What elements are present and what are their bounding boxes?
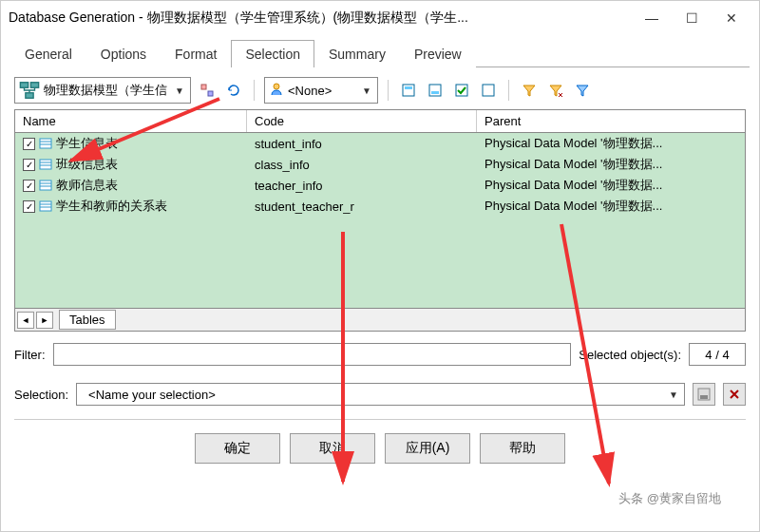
delete-selection-button[interactable]: [723, 383, 746, 406]
tab-general[interactable]: General: [10, 40, 86, 67]
refresh-button[interactable]: [223, 80, 244, 101]
owner-combo[interactable]: <None> ▼: [264, 77, 378, 104]
svg-rect-1: [30, 83, 38, 88]
row-name: 教师信息表: [56, 177, 118, 194]
help-button[interactable]: 帮助: [480, 433, 565, 464]
selection-combo[interactable]: <Name your selection> ▼: [76, 383, 685, 406]
svg-rect-21: [40, 201, 51, 211]
row-checkbox[interactable]: ✓: [23, 180, 35, 192]
select-all-button[interactable]: [451, 80, 472, 101]
separator: [254, 80, 255, 101]
row-name: 班级信息表: [56, 156, 118, 173]
filter-button-1[interactable]: [519, 80, 540, 101]
maximize-button[interactable]: ☐: [672, 5, 712, 31]
tab-options[interactable]: Options: [86, 40, 161, 67]
selected-objects-count: 4 / 4: [689, 343, 746, 366]
row-name: 学生信息表: [56, 135, 118, 152]
row-code: teacher_info: [255, 179, 323, 193]
svg-rect-25: [700, 395, 708, 399]
filter-label: Filter:: [14, 348, 46, 362]
selection-combo-text: <Name your selection>: [88, 388, 216, 402]
scroll-right-button[interactable]: ►: [36, 312, 53, 329]
model-icon: [19, 80, 40, 101]
close-button[interactable]: ✕: [712, 5, 751, 31]
svg-rect-11: [483, 85, 494, 96]
table-row[interactable]: ✓ 学生和教师的关系表 student_teacher_r Physical D…: [15, 196, 745, 217]
tool-button-2[interactable]: [425, 80, 446, 101]
row-code: class_info: [255, 158, 310, 172]
user-icon: [269, 82, 284, 100]
svg-rect-15: [40, 160, 51, 169]
table-icon: [39, 200, 52, 213]
row-parent: Physical Data Model '物理数据...: [484, 198, 662, 215]
svg-point-5: [274, 84, 279, 89]
table-icon: [39, 179, 52, 192]
table-icon: [39, 137, 52, 150]
row-code: student_info: [255, 137, 322, 151]
owner-combo-text: <None>: [284, 84, 360, 98]
column-parent[interactable]: Parent: [477, 110, 745, 132]
watermark: 头条 @黄家自留地: [615, 489, 725, 508]
svg-rect-10: [456, 85, 467, 96]
tab-format[interactable]: Format: [161, 40, 231, 67]
chevron-down-icon: ▼: [360, 86, 373, 96]
tab-preview[interactable]: Preview: [400, 40, 476, 67]
minimize-button[interactable]: —: [632, 5, 672, 31]
tab-summary[interactable]: Summary: [314, 40, 400, 67]
column-code[interactable]: Code: [247, 110, 477, 132]
separator: [388, 80, 389, 101]
object-table: Name Code Parent ✓ 学生信息表 student_info Ph…: [14, 109, 746, 332]
tab-bar: General Options Format Selection Summary…: [10, 39, 750, 67]
deselect-all-button[interactable]: [478, 80, 499, 101]
svg-rect-2: [26, 93, 33, 99]
svg-rect-7: [405, 86, 412, 89]
svg-rect-6: [403, 85, 414, 96]
save-selection-button[interactable]: [693, 383, 715, 406]
tool-button-1[interactable]: [398, 80, 419, 101]
svg-rect-4: [208, 91, 213, 96]
row-parent: Physical Data Model '物理数据...: [484, 156, 662, 173]
window-title: Database Generation - 物理数据模型（学生管理系统）(物理数…: [9, 10, 468, 27]
chevron-down-icon: ▼: [173, 86, 186, 96]
selected-objects-label: Selected object(s):: [579, 348, 681, 362]
row-checkbox[interactable]: ✓: [23, 159, 35, 171]
table-row[interactable]: ✓ 教师信息表 teacher_info Physical Data Model…: [15, 175, 745, 196]
filter-button-2[interactable]: [545, 80, 566, 101]
row-name: 学生和教师的关系表: [56, 198, 167, 215]
row-parent: Physical Data Model '物理数据...: [484, 177, 662, 194]
row-parent: Physical Data Model '物理数据...: [484, 135, 662, 152]
model-combo[interactable]: 物理数据模型（学生信 ▼: [14, 77, 191, 104]
table-row[interactable]: ✓ 学生信息表 student_info Physical Data Model…: [15, 133, 745, 154]
filter-input[interactable]: [53, 343, 572, 366]
divider: [14, 419, 746, 420]
row-code: student_teacher_r: [255, 200, 354, 214]
include-sub-button[interactable]: [197, 80, 218, 101]
svg-rect-12: [40, 139, 51, 148]
svg-rect-3: [201, 85, 206, 89]
separator: [508, 80, 509, 101]
filter-button-3[interactable]: [572, 80, 593, 101]
subtab-bar: ◄ ► Tables: [15, 308, 745, 331]
svg-rect-8: [429, 85, 441, 96]
subtab-tables[interactable]: Tables: [59, 310, 116, 330]
model-combo-text: 物理数据模型（学生信: [40, 82, 173, 99]
apply-button[interactable]: 应用(A): [385, 433, 470, 464]
svg-rect-18: [40, 180, 51, 190]
row-checkbox[interactable]: ✓: [23, 200, 35, 213]
svg-rect-0: [20, 83, 28, 88]
row-checkbox[interactable]: ✓: [23, 138, 35, 150]
column-name[interactable]: Name: [15, 110, 247, 132]
chevron-down-icon: ▼: [667, 390, 680, 400]
ok-button[interactable]: 确定: [195, 433, 280, 464]
table-row[interactable]: ✓ 班级信息表 class_info Physical Data Model '…: [15, 154, 745, 175]
tab-selection[interactable]: Selection: [231, 40, 314, 67]
scroll-left-button[interactable]: ◄: [17, 312, 34, 329]
table-icon: [39, 158, 52, 171]
svg-rect-9: [431, 91, 439, 94]
cancel-button[interactable]: 取消: [290, 433, 375, 464]
selection-label: Selection:: [14, 388, 68, 402]
